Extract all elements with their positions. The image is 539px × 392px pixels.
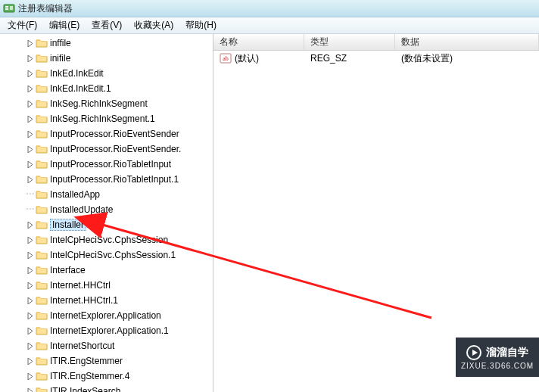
expander-icon[interactable] — [26, 281, 35, 290]
tree-item[interactable]: Installer — [0, 217, 213, 232]
tree-item[interactable]: InkSeg.RichInkSegment — [0, 96, 213, 111]
tree-panel: inffileinifileInkEd.InkEditInkEd.InkEdit… — [0, 34, 213, 392]
expander-icon[interactable] — [26, 99, 35, 108]
folder-icon — [36, 52, 48, 64]
expander-icon[interactable] — [26, 114, 35, 123]
tree-item-label: InternetExplorer.Application.1 — [50, 325, 169, 336]
expander-icon[interactable] — [26, 84, 35, 93]
regedit-icon — [3, 2, 15, 14]
svg-rect-1 — [5, 6, 8, 8]
tree-item[interactable]: InputProcessor.RioTabletInput — [0, 157, 213, 172]
expander-icon[interactable] — [26, 175, 35, 184]
tree-item[interactable]: inifile — [0, 51, 213, 66]
watermark-url: ZIXUE.3D66.COM — [461, 362, 534, 370]
tree-item[interactable]: ITIR.IndexSearch — [0, 384, 213, 392]
expander-icon[interactable] — [26, 311, 35, 320]
folder-icon — [36, 128, 48, 140]
tree-item[interactable]: InputProcessor.RioEventSender — [0, 126, 213, 142]
tree-item-label: InstalledUpdate — [50, 204, 113, 215]
expander-icon[interactable] — [26, 372, 35, 381]
folder-icon — [36, 310, 48, 322]
tree-item[interactable]: Internet.HHCtrl — [0, 278, 213, 293]
tree-item-label: InkEd.InkEdit — [50, 68, 104, 79]
menu-help[interactable]: 帮助(H) — [179, 17, 223, 33]
expander-icon[interactable] — [26, 54, 35, 63]
folder-icon — [36, 188, 48, 201]
value-type-cell: REG_SZ — [304, 53, 395, 64]
tree-item[interactable]: InstalledApp — [0, 187, 213, 202]
tree-item[interactable]: IntelCpHeciSvc.CphsSession.1 — [0, 247, 213, 263]
tree-item[interactable]: InputProcessor.RioEventSender. — [0, 142, 213, 157]
expander-icon[interactable] — [26, 145, 35, 154]
expander-icon[interactable] — [26, 39, 35, 48]
title-bar: 注册表编辑器 — [0, 0, 539, 17]
tree-item[interactable]: Internet.HHCtrl.1 — [0, 293, 213, 308]
svg-text:ab: ab — [223, 55, 229, 62]
expander-icon[interactable] — [26, 266, 35, 275]
folder-icon — [36, 98, 48, 110]
column-type[interactable]: 类型 — [304, 34, 395, 50]
column-data[interactable]: 数据 — [395, 34, 539, 50]
expander-icon[interactable] — [26, 129, 35, 138]
svg-rect-3 — [10, 6, 13, 10]
expander-icon[interactable] — [26, 387, 35, 392]
folder-icon — [36, 204, 48, 216]
expander-icon[interactable] — [26, 235, 35, 244]
expander-icon[interactable] — [26, 69, 35, 78]
tree-line — [26, 189, 35, 201]
tree-item[interactable]: InternetExplorer.Application — [0, 308, 213, 323]
tree-item-label: ITIR.IndexSearch — [50, 386, 120, 392]
tree-item[interactable]: ITIR.EngStemmer.4 — [0, 369, 213, 384]
expander-icon[interactable] — [26, 356, 35, 366]
folder-icon — [36, 355, 48, 367]
tree-item[interactable]: inffile — [0, 36, 213, 51]
tree-item[interactable]: IntelCpHeciSvc.CphsSession — [0, 232, 213, 247]
folder-icon — [36, 385, 48, 392]
expander-icon[interactable] — [26, 250, 35, 260]
column-name[interactable]: 名称 — [213, 34, 304, 50]
folder-icon — [36, 249, 48, 261]
tree-item[interactable]: InkSeg.RichInkSegment.1 — [0, 111, 213, 126]
tree-item-label: inifile — [50, 53, 70, 64]
value-name-cell: ab(默认) — [213, 52, 304, 65]
expander-icon[interactable] — [26, 220, 35, 229]
folder-icon — [36, 264, 48, 276]
tree-item-label: InkEd.InkEdit.1 — [50, 83, 111, 94]
expander-icon[interactable] — [26, 160, 35, 169]
menu-favorites[interactable]: 收藏夹(A) — [128, 17, 179, 33]
tree-item[interactable]: InputProcessor.RioTabletInput.1 — [0, 172, 213, 187]
tree-item-label: InkSeg.RichInkSegment — [50, 98, 148, 109]
menu-edit[interactable]: 编辑(E) — [43, 17, 86, 33]
tree-scroll[interactable]: inffileinifileInkEd.InkEditInkEd.InkEdit… — [0, 34, 213, 392]
watermark-brand: 溜溜自学 — [486, 346, 528, 359]
menu-view[interactable]: 查看(V) — [86, 17, 128, 33]
watermark: 溜溜自学 ZIXUE.3D66.COM — [456, 338, 539, 377]
tree-item-label: Internet.HHCtrl.1 — [50, 295, 118, 306]
expander-icon[interactable] — [26, 326, 35, 335]
tree-line — [26, 204, 35, 216]
tree-item-label: InputProcessor.RioEventSender — [50, 129, 179, 139]
tree-item[interactable]: InternetShortcut — [0, 338, 213, 353]
expander-icon[interactable] — [26, 341, 35, 350]
tree-item-label: InputProcessor.RioEventSender. — [50, 144, 181, 154]
tree-item[interactable]: InstalledUpdate — [0, 202, 213, 217]
value-data-cell: (数值未设置) — [395, 52, 539, 65]
folder-icon — [36, 279, 48, 291]
tree-item[interactable]: InternetExplorer.Application.1 — [0, 323, 213, 338]
list-row[interactable]: ab(默认)REG_SZ(数值未设置) — [213, 51, 539, 66]
tree-item[interactable]: ITIR.EngStemmer — [0, 353, 213, 369]
expander-icon[interactable] — [26, 296, 35, 305]
folder-icon — [36, 173, 48, 185]
menu-file[interactable]: 文件(F) — [2, 17, 43, 33]
folder-icon — [36, 234, 48, 246]
tree-item[interactable]: InkEd.InkEdit — [0, 66, 213, 81]
tree-item-label: ITIR.EngStemmer — [50, 356, 123, 366]
tree-item[interactable]: InkEd.InkEdit.1 — [0, 81, 213, 96]
string-value-icon: ab — [220, 52, 232, 64]
tree-item[interactable]: Interface — [0, 263, 213, 278]
registry-tree: inffileinifileInkEd.InkEditInkEd.InkEdit… — [0, 34, 213, 392]
tree-item-label: Internet.HHCtrl — [50, 280, 111, 291]
value-name: (默认) — [235, 52, 259, 65]
tree-item-label: inffile — [50, 38, 71, 48]
tree-item-label: InputProcessor.RioTabletInput.1 — [50, 174, 179, 185]
